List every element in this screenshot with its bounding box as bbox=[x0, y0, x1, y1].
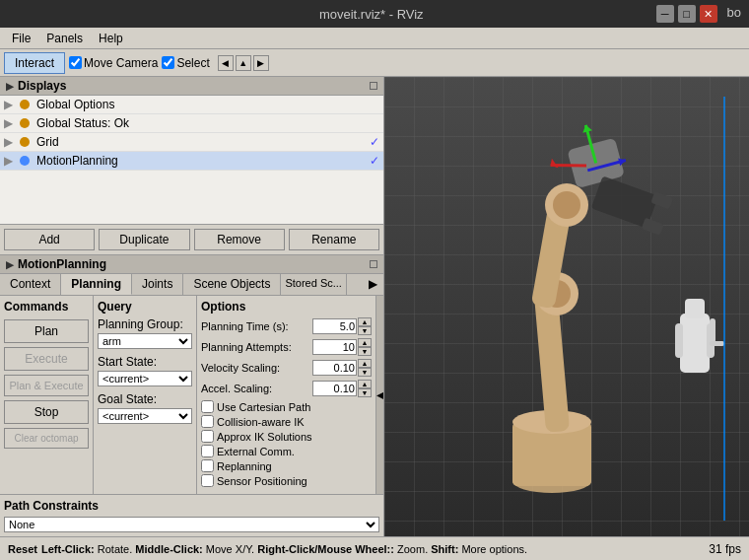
path-constraints-label: Path Constraints bbox=[4, 499, 379, 513]
accel-scaling-input[interactable] bbox=[312, 381, 357, 396]
maximize-button[interactable]: □ bbox=[678, 5, 696, 23]
options-label: Options bbox=[201, 300, 372, 314]
viewport-bg bbox=[384, 77, 749, 536]
arrow-right[interactable]: ▶ bbox=[253, 55, 269, 71]
sensor-positioning[interactable]: Sensor Positioning bbox=[201, 474, 372, 487]
svg-rect-18 bbox=[642, 218, 664, 236]
mp-title: MotionPlanning bbox=[18, 257, 106, 271]
rename-button[interactable]: Rename bbox=[289, 229, 379, 250]
external-comm[interactable]: External Comm. bbox=[201, 445, 372, 457]
planning-attempts-up[interactable]: ▲ bbox=[358, 338, 372, 347]
query-label: Query bbox=[98, 300, 192, 314]
display-item-grid[interactable]: ▶ Grid ✓ bbox=[0, 133, 383, 152]
collapse-handle[interactable]: ◀ bbox=[375, 296, 383, 494]
display-item-label: Global Status: Ok bbox=[36, 116, 129, 130]
sensor-positioning-checkbox[interactable] bbox=[201, 474, 214, 487]
grid-icon bbox=[20, 137, 30, 147]
options-column: Options Planning Time (s): ▲ ▼ Planning … bbox=[197, 296, 375, 494]
add-button[interactable]: Add bbox=[4, 229, 95, 250]
move-camera-check[interactable]: Move Camera bbox=[69, 56, 158, 70]
planning-time-down[interactable]: ▼ bbox=[358, 326, 372, 335]
accel-scaling-down[interactable]: ▼ bbox=[358, 388, 372, 397]
main-area: ▶ Displays ▶ Global Options ▶ Global Sta… bbox=[0, 77, 749, 536]
planning-attempts-down[interactable]: ▼ bbox=[358, 347, 372, 356]
menu-panels[interactable]: Panels bbox=[38, 30, 91, 47]
velocity-scaling-spin: ▲ ▼ bbox=[312, 359, 372, 377]
planning-time-label: Planning Time (s): bbox=[201, 320, 289, 332]
svg-rect-22 bbox=[685, 299, 705, 318]
duplicate-button[interactable]: Duplicate bbox=[99, 229, 189, 250]
commands-label: Commands bbox=[4, 300, 89, 314]
planning-attempts-row: Planning Attempts: ▲ ▼ bbox=[201, 338, 372, 356]
accel-scaling-label: Accel. Scaling: bbox=[201, 383, 272, 394]
accel-scaling-spinner: ▲ ▼ bbox=[358, 380, 372, 397]
path-constraints-select[interactable]: None bbox=[4, 517, 379, 532]
interact-button[interactable]: Interact bbox=[4, 52, 65, 74]
plan-button[interactable]: Plan bbox=[4, 319, 89, 343]
display-item-label: Grid bbox=[36, 135, 59, 149]
start-state-select[interactable]: <current> bbox=[98, 371, 192, 386]
tab-joints[interactable]: Joints bbox=[132, 274, 183, 295]
velocity-scaling-down[interactable]: ▼ bbox=[358, 368, 372, 377]
toolbar-arrows: ◀ ▲ ▶ bbox=[218, 55, 269, 71]
tab-scene-objects[interactable]: Scene Objects bbox=[183, 274, 281, 295]
plan-execute-button[interactable]: Plan & Execute bbox=[4, 375, 89, 396]
svg-rect-20 bbox=[675, 323, 683, 358]
clear-octomap-button[interactable]: Clear octomap bbox=[4, 428, 89, 449]
use-cartesian-checkbox[interactable] bbox=[201, 400, 214, 413]
goal-state-select[interactable]: <current> bbox=[98, 408, 192, 424]
tab-stored-scenes[interactable]: Stored Sc... bbox=[281, 274, 346, 295]
tab-planning[interactable]: Planning bbox=[61, 274, 132, 295]
planning-time-input[interactable] bbox=[312, 318, 357, 334]
collision-aware-ik[interactable]: Collision-aware IK bbox=[201, 415, 372, 428]
display-item-motionplanning[interactable]: ▶ MotionPlanning ✓ bbox=[0, 152, 383, 171]
planning-attempts-spinner: ▲ ▼ bbox=[358, 338, 372, 356]
motionplanning-header: ▶ MotionPlanning bbox=[0, 254, 383, 274]
goal-state-label: Goal State: bbox=[98, 392, 192, 406]
tab-context[interactable]: Context bbox=[0, 274, 61, 295]
viewport[interactable] bbox=[384, 77, 749, 536]
statusbar: Reset Left-Click: Rotate. Middle-Click: … bbox=[0, 536, 749, 560]
menu-help[interactable]: Help bbox=[91, 30, 131, 47]
close-button[interactable]: ✕ bbox=[700, 5, 717, 23]
execute-button[interactable]: Execute bbox=[4, 347, 89, 371]
replanning[interactable]: Replanning bbox=[201, 459, 372, 472]
collision-aware-checkbox[interactable] bbox=[201, 415, 214, 428]
display-item-global-status[interactable]: ▶ Global Status: Ok bbox=[0, 114, 383, 133]
planning-group-select[interactable]: arm bbox=[98, 333, 192, 349]
stop-button[interactable]: Stop bbox=[4, 400, 89, 424]
external-comm-label: External Comm. bbox=[217, 446, 295, 457]
use-cartesian-label: Use Cartesian Path bbox=[217, 401, 310, 413]
svg-point-8 bbox=[553, 191, 580, 219]
extra-label: bo bbox=[727, 5, 741, 23]
minimize-button[interactable]: ─ bbox=[656, 5, 674, 23]
accel-scaling-row: Accel. Scaling: ▲ ▼ bbox=[201, 380, 372, 397]
planning-tab-content: Commands Plan Execute Plan & Execute Sto… bbox=[0, 296, 383, 494]
motionplanning-icon bbox=[20, 156, 30, 166]
accel-scaling-up[interactable]: ▲ bbox=[358, 380, 372, 388]
arrow-up[interactable]: ▲ bbox=[236, 55, 251, 71]
arrow-left[interactable]: ◀ bbox=[218, 55, 234, 71]
velocity-scaling-up[interactable]: ▲ bbox=[358, 359, 372, 368]
start-state-label: Start State: bbox=[98, 355, 192, 369]
approx-ik-solutions[interactable]: Approx IK Solutions bbox=[201, 430, 372, 443]
use-cartesian-path[interactable]: Use Cartesian Path bbox=[201, 400, 372, 413]
left-panel: ▶ Displays ▶ Global Options ▶ Global Sta… bbox=[0, 77, 384, 536]
tab-more[interactable]: ▶ bbox=[363, 274, 383, 295]
select-check[interactable]: Select bbox=[162, 56, 209, 70]
planning-time-up[interactable]: ▲ bbox=[358, 317, 372, 326]
approx-ik-checkbox[interactable] bbox=[201, 430, 214, 443]
display-item-global-options[interactable]: ▶ Global Options bbox=[0, 96, 383, 114]
commands-column: Commands Plan Execute Plan & Execute Sto… bbox=[0, 296, 94, 494]
reset-button[interactable]: Reset bbox=[8, 543, 37, 555]
remove-button[interactable]: Remove bbox=[194, 229, 285, 250]
velocity-scaling-spinner: ▲ ▼ bbox=[358, 359, 372, 377]
velocity-scaling-row: Velocity Scaling: ▲ ▼ bbox=[201, 359, 372, 377]
svg-rect-23 bbox=[710, 318, 715, 343]
replanning-checkbox[interactable] bbox=[201, 459, 214, 472]
velocity-scaling-input[interactable] bbox=[312, 360, 357, 376]
display-item-label: Global Options bbox=[36, 98, 114, 111]
menu-file[interactable]: File bbox=[4, 30, 38, 47]
external-comm-checkbox[interactable] bbox=[201, 445, 214, 457]
planning-attempts-input[interactable] bbox=[312, 339, 357, 355]
